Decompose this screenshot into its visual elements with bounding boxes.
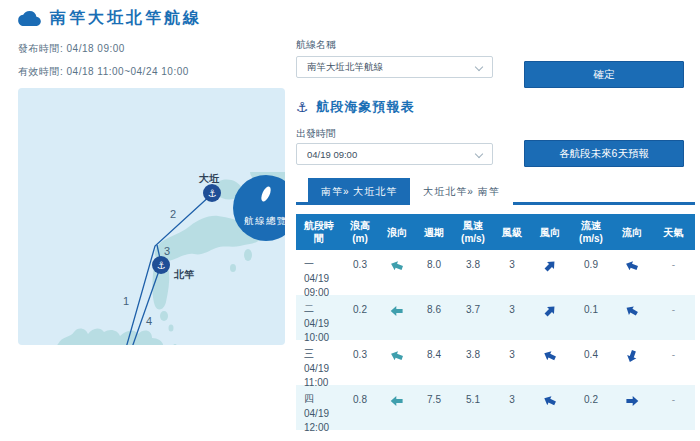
table-row: 四 04/19 12:00 0.8 7.5 5.1 3 0.2 - bbox=[296, 385, 695, 430]
cloud-icon bbox=[18, 10, 41, 27]
wave-height: 0.3 bbox=[342, 250, 378, 301]
col-header: 週期 bbox=[416, 222, 452, 243]
direction-tabs: 南竿» 大坵北竿 大坵北竿» 南竿 bbox=[296, 178, 695, 205]
wave-height: 0.3 bbox=[342, 340, 378, 391]
wind-speed: 3.8 bbox=[452, 250, 494, 301]
six-day-forecast-button[interactable]: 各航段未來6天預報 bbox=[524, 140, 684, 167]
wave-period: 8.4 bbox=[416, 340, 452, 391]
port-marker-daqiu: ⚓ bbox=[203, 184, 221, 202]
wind-speed: 5.1 bbox=[452, 385, 494, 436]
departure-time-selected: 04/19 09:00 bbox=[307, 149, 357, 160]
wind-direction-arrow-icon bbox=[541, 392, 560, 411]
current-direction-arrow-icon bbox=[622, 301, 641, 320]
wave-direction-arrow-icon bbox=[388, 347, 406, 365]
wind-scale: 3 bbox=[494, 250, 530, 301]
wind-scale: 3 bbox=[494, 385, 530, 436]
current-speed: 0.1 bbox=[570, 295, 612, 346]
weather: - bbox=[652, 340, 695, 391]
publish-time: 發布時間: 04/18 09:00 bbox=[18, 42, 285, 56]
port-label-beigan: 北竿 bbox=[173, 269, 195, 280]
page-header: 南竿大坵北竿航線 bbox=[18, 8, 202, 29]
page-title: 南竿大坵北竿航線 bbox=[50, 8, 202, 29]
current-direction-arrow-icon bbox=[625, 394, 639, 408]
port-marker-beigan: ⚓ bbox=[152, 256, 170, 274]
table-row: 二 04/19 10:00 0.2 8.6 3.7 3 0.1 - bbox=[296, 295, 695, 340]
col-header: 航段時 間 bbox=[296, 215, 342, 249]
col-header: 浪向 bbox=[378, 222, 416, 243]
segment-label-1: 1 bbox=[123, 295, 129, 307]
anchor-icon: ⚓ bbox=[208, 188, 217, 199]
tab-nangan-to-daqiu-beigan[interactable]: 南竿» 大坵北竿 bbox=[308, 178, 410, 205]
wave-period: 8.6 bbox=[416, 295, 452, 346]
current-speed: 0.4 bbox=[570, 340, 612, 391]
wind-scale: 3 bbox=[494, 340, 530, 391]
confirm-button[interactable]: 確定 bbox=[524, 61, 684, 88]
wind-speed: 3.8 bbox=[452, 340, 494, 391]
wind-scale: 3 bbox=[494, 295, 530, 346]
segment-date: 04/19 bbox=[304, 272, 329, 287]
col-header: 風級 bbox=[494, 222, 530, 243]
right-column: 航線名稱 南竿大坵北竿航線 確定 ⚓ 航段海象預報表 出發時間 04/19 09… bbox=[296, 36, 695, 436]
wind-direction-arrow-icon bbox=[540, 256, 560, 276]
current-direction-arrow-icon bbox=[623, 257, 641, 275]
route-name-selected: 南竿大坵北竿航線 bbox=[307, 61, 383, 74]
wind-direction-arrow-icon bbox=[540, 301, 560, 321]
table-row: 三 04/19 11:00 0.3 8.4 3.8 3 0.4 - bbox=[296, 340, 695, 385]
wave-direction-arrow-icon bbox=[390, 304, 404, 318]
forecast-table: 航段時 間 浪高 (m) 浪向 週期 風速 (m/s) 風級 風向 流速 (m/… bbox=[296, 214, 695, 430]
col-header: 流速 (m/s) bbox=[570, 215, 612, 249]
current-direction-arrow-icon bbox=[623, 347, 641, 365]
route-overview-label: 航線總覽 bbox=[244, 215, 285, 226]
tab-daqiu-beigan-to-nangan[interactable]: 大坵北竿» 南竿 bbox=[410, 178, 512, 205]
departure-time-label: 出發時間 bbox=[296, 127, 336, 141]
segment-date: 04/19 bbox=[304, 317, 329, 332]
segment-number: 一 bbox=[304, 257, 314, 272]
wave-direction-arrow-icon bbox=[388, 257, 406, 275]
segment-date: 04/19 bbox=[304, 362, 329, 377]
segment-date: 04/19 bbox=[304, 407, 329, 422]
chevron-down-icon bbox=[475, 63, 483, 71]
wave-height: 0.2 bbox=[342, 295, 378, 346]
weather: - bbox=[652, 385, 695, 436]
wave-height: 0.8 bbox=[342, 385, 378, 436]
wave-period: 8.0 bbox=[416, 250, 452, 301]
col-header: 風速 (m/s) bbox=[452, 215, 494, 249]
segment-number: 三 bbox=[304, 347, 314, 362]
anchor-icon: ⚓ bbox=[157, 260, 166, 271]
weather: - bbox=[652, 295, 695, 346]
route-name-label: 航線名稱 bbox=[296, 38, 336, 52]
col-header: 流向 bbox=[612, 222, 652, 243]
port-label-daqiu: 大坵 bbox=[198, 173, 220, 184]
route-name-select[interactable]: 南竿大坵北竿航線 bbox=[296, 56, 493, 78]
route-map: 1 2 3 4 ⚓ ⚓ ⚓ 大坵 北竿 南竿 航線總覽 bbox=[18, 88, 285, 345]
table-header-row: 航段時 間 浪高 (m) 浪向 週期 風速 (m/s) 風級 風向 流速 (m/… bbox=[296, 214, 695, 250]
wind-speed: 3.7 bbox=[452, 295, 494, 346]
departure-time-select[interactable]: 04/19 09:00 bbox=[296, 143, 493, 165]
wave-direction-arrow-icon bbox=[390, 394, 404, 408]
col-header: 浪高 (m) bbox=[342, 215, 378, 249]
current-speed: 0.2 bbox=[570, 385, 612, 436]
col-header: 風向 bbox=[530, 222, 570, 243]
weather: - bbox=[652, 250, 695, 301]
forecast-section-heading: ⚓ 航段海象預報表 bbox=[296, 98, 415, 116]
segment-number: 四 bbox=[304, 392, 314, 407]
segment-time: 12:00 bbox=[304, 421, 329, 436]
segment-label-3: 3 bbox=[164, 245, 170, 257]
segment-label-2: 2 bbox=[170, 208, 176, 220]
forecast-heading-text: 航段海象預報表 bbox=[317, 98, 415, 116]
segment-label-4: 4 bbox=[146, 315, 152, 327]
wave-period: 7.5 bbox=[416, 385, 452, 436]
current-speed: 0.9 bbox=[570, 250, 612, 301]
col-header: 天氣 bbox=[652, 222, 695, 243]
valid-time: 有效時間: 04/18 11:00~04/24 10:00 bbox=[18, 65, 285, 79]
table-row: 一 04/19 09:00 0.3 8.0 3.8 3 0.9 - bbox=[296, 250, 695, 295]
segment-number: 二 bbox=[304, 302, 314, 317]
chevron-down-icon bbox=[475, 150, 483, 158]
wind-direction-arrow-icon bbox=[541, 347, 560, 366]
anchor-icon: ⚓ bbox=[296, 99, 310, 115]
left-column: 發布時間: 04/18 09:00 有效時間: 04/18 11:00~04/2… bbox=[18, 42, 285, 345]
